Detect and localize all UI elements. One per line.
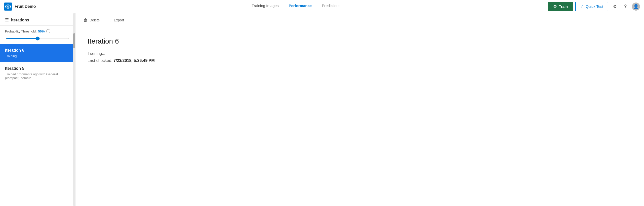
avatar[interactable]: 👤 [632,3,640,11]
iteration-6-title: Iteration 6 [5,48,70,53]
content-toolbar: 🗑 Delete ↓ Export [75,13,644,27]
sidebar-content: Probability Threshold: 50% i Iteration 6… [0,26,75,206]
sidebar: ☰ Iterations Probability Threshold: 50% … [0,13,75,206]
iteration-heading: Iteration 6 [88,37,632,45]
sidebar-title-text: Iterations [11,18,29,22]
iteration-item-6[interactable]: Iteration 6 Training... [0,44,75,62]
settings-icon[interactable]: ⚙ [611,3,619,11]
quick-test-button[interactable]: ✓ Quick Test [575,2,608,11]
delete-label: Delete [90,18,100,22]
app-header: Fruit Demo Training Images Performance P… [0,0,644,13]
last-checked-value: 7/23/2018, 5:36:49 PM [113,58,155,63]
info-icon[interactable]: i [46,29,50,33]
quick-test-button-label: Quick Test [586,4,603,9]
threshold-label: Probability Threshold: 50% i [5,29,70,33]
iteration-status: Training... [88,51,632,56]
threshold-slider[interactable] [6,38,69,39]
layers-icon: ☰ [5,18,9,22]
sidebar-title: ☰ Iterations [5,18,70,22]
app-title: Fruit Demo [15,4,36,9]
content-area: 🗑 Delete ↓ Export Iteration 6 Training..… [75,13,644,206]
last-checked: Last checked: 7/23/2018, 5:36:49 PM [88,58,632,63]
header-actions: ⚙ Train ✓ Quick Test ⚙ ? 👤 [548,2,640,11]
threshold-section: Probability Threshold: 50% i [0,26,75,44]
last-checked-label: Last checked: [88,58,112,63]
delete-button[interactable]: 🗑 Delete [82,17,102,23]
main-nav: Training Images Performance Predictions [44,4,548,9]
train-button-label: Train [559,4,568,9]
iteration-6-subtitle: Training... [5,54,70,58]
iteration-5-subtitle: Trained : moments ago with General (comp… [5,72,70,80]
nav-predictions[interactable]: Predictions [322,4,340,9]
app-logo: Fruit Demo [4,3,36,11]
threshold-label-text: Probability Threshold: [5,29,37,33]
trash-icon: 🗑 [84,18,88,22]
nav-performance[interactable]: Performance [289,4,312,9]
main-layout: ☰ Iterations Probability Threshold: 50% … [0,13,644,206]
iteration-5-title: Iteration 5 [5,66,70,71]
export-label: Export [114,18,124,22]
export-button[interactable]: ↓ Export [108,17,126,23]
checkmark-icon: ✓ [580,4,584,9]
train-button[interactable]: ⚙ Train [548,2,573,11]
threshold-value: 50% [38,29,45,33]
svg-point-3 [8,6,9,7]
export-icon: ↓ [110,18,112,22]
help-icon[interactable]: ? [621,3,629,11]
sidebar-scrollbar-thumb [73,33,75,48]
train-gear-icon: ⚙ [553,4,557,9]
sidebar-scrollbar[interactable] [73,13,75,206]
nav-training-images[interactable]: Training Images [252,4,278,9]
sidebar-header: ☰ Iterations [0,13,75,26]
slider-container [5,36,70,40]
iteration-item-5[interactable]: Iteration 5 Trained : moments ago with G… [0,62,75,84]
logo-icon [4,3,12,11]
content-body: Iteration 6 Training... Last checked: 7/… [75,27,644,206]
